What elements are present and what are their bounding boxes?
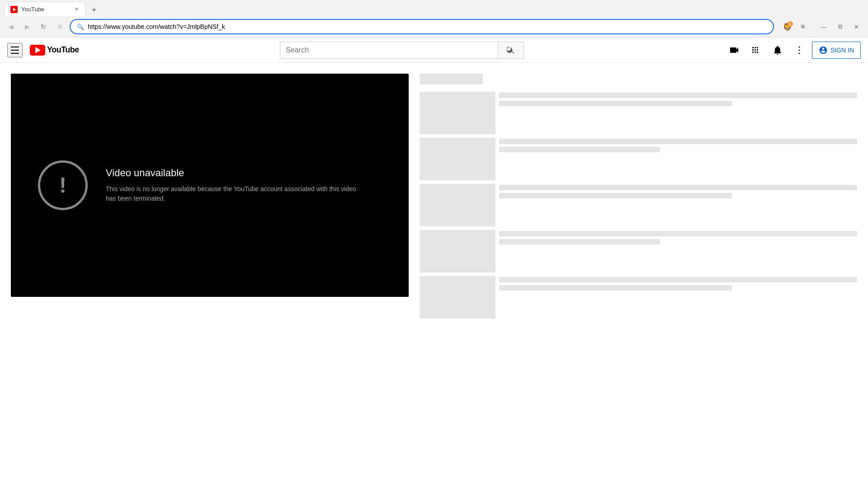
notifications-button[interactable] <box>769 41 787 59</box>
header-center <box>79 42 725 59</box>
tab-bar: YouTube ✕ + <box>0 0 868 16</box>
hamburger-line <box>11 53 19 54</box>
exclamation-mark: ! <box>59 174 66 196</box>
sidebar <box>420 74 857 322</box>
error-title: Video unavailable <box>106 167 359 179</box>
sidebar-title-line <box>499 93 857 98</box>
svg-point-2 <box>798 46 800 47</box>
more-icon <box>794 45 805 56</box>
address-bar[interactable]: 🔍 <box>70 19 774 34</box>
active-tab[interactable]: YouTube ✕ <box>5 2 86 16</box>
youtube-wordmark: YouTube <box>47 45 79 55</box>
sidebar-meta <box>499 138 857 180</box>
sidebar-subtitle-line <box>499 285 732 291</box>
error-description: This video is no longer available becaus… <box>106 184 359 203</box>
sidebar-subtitle-line <box>499 193 732 198</box>
error-text-section: Video unavailable This video is no longe… <box>106 167 359 203</box>
sidebar-meta <box>499 92 857 134</box>
browser-menu-button[interactable]: ≡ <box>797 20 809 33</box>
more-options-button[interactable] <box>790 41 808 59</box>
refresh-button[interactable]: ↻ <box>37 20 50 33</box>
svg-point-3 <box>798 49 800 51</box>
browser-titlebar: ◀ ▶ ↻ ☆ 🔍 🦁 1 ≡ — ⧉ ✕ <box>0 16 868 37</box>
tab-title: YouTube <box>21 6 69 13</box>
sidebar-thumbnail <box>420 138 495 180</box>
bell-icon <box>772 45 783 56</box>
video-section: ! Video unavailable This video is no lon… <box>11 74 409 322</box>
sidebar-meta <box>499 276 857 319</box>
apps-button[interactable] <box>747 41 765 59</box>
svg-point-4 <box>798 52 800 54</box>
back-button: ◀ <box>5 20 17 33</box>
menu-button[interactable] <box>7 43 23 57</box>
maximize-button[interactable]: ⧉ <box>833 19 847 34</box>
bookmark-button[interactable]: ☆ <box>53 20 66 33</box>
sidebar-thumbnail <box>420 230 495 272</box>
play-triangle <box>35 47 41 53</box>
sidebar-item <box>420 276 857 319</box>
tab-close-btn[interactable]: ✕ <box>73 6 80 13</box>
sidebar-thumbnail <box>420 184 495 226</box>
minimize-button[interactable]: — <box>816 19 831 34</box>
hamburger-icon: ≡ <box>801 23 805 31</box>
search-input[interactable] <box>280 42 498 58</box>
error-icon-wrap: ! <box>38 160 88 210</box>
sidebar-title-line <box>499 185 857 190</box>
video-player: ! Video unavailable This video is no lon… <box>11 74 409 297</box>
sidebar-subtitle-line <box>499 239 660 244</box>
sidebar-title-line <box>499 277 857 282</box>
sidebar-item <box>420 92 857 134</box>
close-button[interactable]: ✕ <box>849 19 863 34</box>
search-icon <box>506 46 515 55</box>
header-left: YouTube <box>7 43 79 57</box>
browser-chrome: YouTube ✕ + ◀ ▶ ↻ ☆ 🔍 🦁 1 ≡ — ⧉ ✕ <box>0 0 868 38</box>
search-button[interactable] <box>498 42 524 58</box>
search-bar <box>280 42 524 59</box>
header-right: SIGN IN <box>725 41 861 59</box>
new-tab-button[interactable]: + <box>88 4 100 16</box>
sidebar-thumbnail <box>420 92 495 134</box>
sidebar-thumbnail <box>420 276 495 319</box>
hamburger-line <box>11 47 19 47</box>
sidebar-item <box>420 138 857 180</box>
sidebar-meta <box>499 184 857 226</box>
sidebar-meta <box>499 230 857 272</box>
brave-shield-button[interactable]: 🦁 1 <box>781 20 794 33</box>
sidebar-subtitle-line <box>499 147 660 152</box>
address-search-icon: 🔍 <box>77 23 84 30</box>
error-circle-icon: ! <box>38 160 88 210</box>
forward-button: ▶ <box>21 20 33 33</box>
window-controls: — ⧉ ✕ <box>816 19 863 34</box>
sidebar-item <box>420 184 857 226</box>
youtube-logo-icon <box>30 45 45 56</box>
sidebar-item <box>420 230 857 272</box>
sidebar-title-line <box>499 231 857 236</box>
brave-badge: 1 <box>788 21 793 27</box>
sidebar-title-line <box>499 139 857 144</box>
user-icon <box>819 46 828 55</box>
main-content: ! Video unavailable This video is no lon… <box>0 63 868 322</box>
browser-right-icons: 🦁 1 ≡ <box>781 20 809 33</box>
youtube-logo[interactable]: YouTube <box>30 45 79 56</box>
camera-icon <box>729 45 740 56</box>
sidebar-subtitle-line <box>499 101 732 106</box>
sign-in-button[interactable]: SIGN IN <box>812 42 861 59</box>
address-input[interactable] <box>88 23 767 30</box>
sidebar-top-placeholder <box>420 74 483 84</box>
sign-in-label: SIGN IN <box>830 47 854 54</box>
create-video-button[interactable] <box>725 41 743 59</box>
tab-favicon <box>10 6 18 13</box>
hamburger-line <box>11 50 19 51</box>
apps-icon <box>750 45 761 56</box>
youtube-header: YouTube <box>0 38 868 63</box>
